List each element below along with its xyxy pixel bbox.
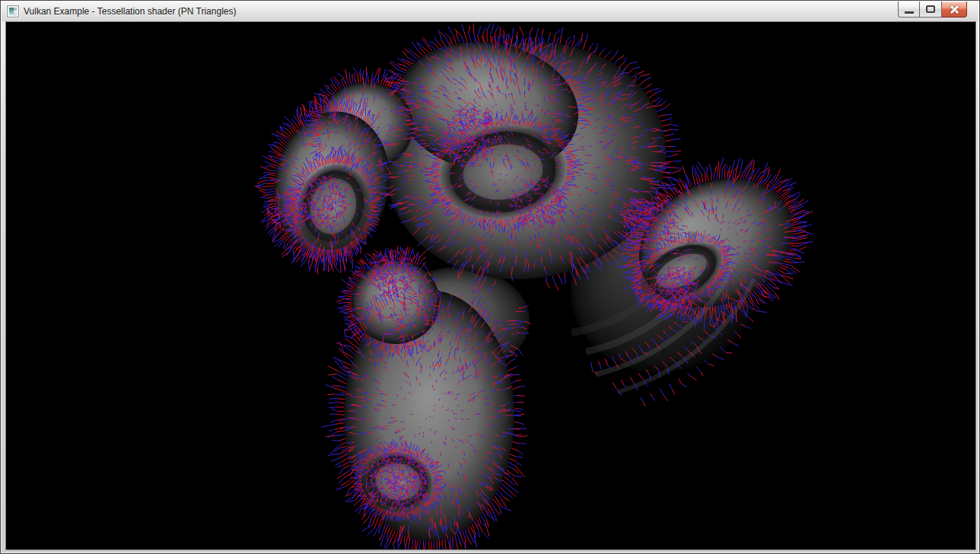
app-icon[interactable]: [7, 5, 19, 18]
app-icon-block: [14, 8, 17, 11]
window-title: Vulkan Example - Tessellation shader (PN…: [24, 6, 236, 17]
minimize-button[interactable]: [898, 2, 920, 18]
minimize-icon: [905, 11, 914, 14]
viewport-canvas[interactable]: [6, 22, 975, 549]
render-client-area: [5, 21, 976, 550]
app-icon-block: [14, 12, 17, 16]
maximize-button[interactable]: [920, 2, 942, 18]
caption-buttons: [898, 2, 967, 18]
close-button[interactable]: [942, 2, 967, 18]
titlebar[interactable]: Vulkan Example - Tessellation shader (PN…: [2, 2, 978, 21]
app-window: Vulkan Example - Tessellation shader (PN…: [0, 0, 980, 554]
maximize-icon: [926, 5, 935, 13]
close-icon: [949, 4, 960, 15]
